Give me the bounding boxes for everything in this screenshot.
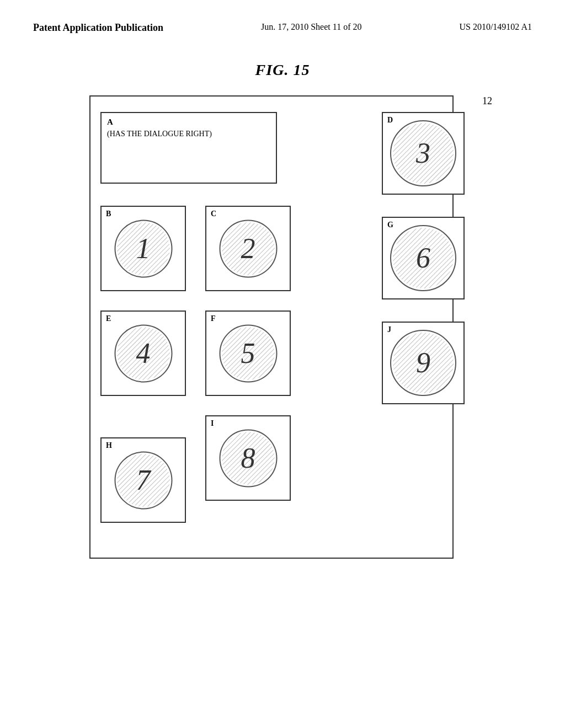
- panel-j: J 9: [382, 322, 465, 404]
- circle-5: 5: [219, 324, 277, 382]
- page-header: Patent Application Publication Jun. 17, …: [0, 0, 565, 45]
- circle-9-container: 9: [390, 330, 456, 396]
- circle-1-container: 1: [114, 220, 172, 277]
- panel-g: G 6: [382, 217, 465, 299]
- panel-h: H 7: [100, 437, 186, 523]
- panel-c: C 2: [205, 206, 291, 291]
- header-left: Patent Application Publication: [33, 22, 163, 34]
- circle-2-number: 2: [241, 234, 255, 263]
- diagram-container: 12 A (HAS THE DIALOGUE RIGHT) D: [89, 95, 476, 570]
- circle-4-number: 4: [136, 339, 151, 368]
- circle-8-number: 8: [241, 444, 255, 473]
- panel-e-label: E: [106, 314, 111, 323]
- panel-i-label: I: [211, 419, 214, 428]
- panel-a-label: A: [107, 117, 113, 127]
- header-center: Jun. 17, 2010 Sheet 11 of 20: [261, 22, 362, 32]
- circle-3-number: 3: [416, 139, 430, 168]
- circle-6-number: 6: [416, 244, 430, 272]
- circle-3: 3: [390, 120, 456, 186]
- circle-9: 9: [390, 330, 456, 396]
- circle-1: 1: [114, 220, 172, 277]
- circle-5-number: 5: [241, 339, 255, 368]
- panel-h-label: H: [106, 441, 112, 450]
- circle-6: 6: [390, 225, 456, 291]
- circle-9-number: 9: [416, 349, 430, 377]
- panel-a: A (HAS THE DIALOGUE RIGHT): [100, 112, 277, 184]
- circle-2-container: 2: [219, 220, 277, 277]
- panel-a-text: (HAS THE DIALOGUE RIGHT): [107, 130, 212, 138]
- circle-4-container: 4: [114, 324, 172, 382]
- circle-1-number: 1: [136, 234, 151, 263]
- panel-f: F 5: [205, 311, 291, 396]
- outer-box-label: 12: [482, 95, 492, 107]
- panel-d: D 3: [382, 112, 465, 195]
- figure-title: FIG. 15: [0, 61, 565, 79]
- circle-6-container: 6: [390, 225, 456, 291]
- circle-3-container: 3: [390, 120, 456, 186]
- panel-i: I 8: [205, 415, 291, 501]
- panel-f-label: F: [211, 314, 216, 323]
- circle-8: 8: [219, 429, 277, 487]
- circle-8-container: 8: [219, 429, 277, 487]
- circle-5-container: 5: [219, 324, 277, 382]
- circle-7: 7: [114, 451, 172, 509]
- circle-7-container: 7: [114, 451, 172, 509]
- panel-b: B 1: [100, 206, 186, 291]
- circle-2: 2: [219, 220, 277, 277]
- panel-b-label: B: [106, 210, 111, 218]
- circle-7-number: 7: [136, 466, 151, 495]
- circle-4: 4: [114, 324, 172, 382]
- panel-e: E 4: [100, 311, 186, 396]
- panel-c-label: C: [211, 210, 216, 218]
- header-right: US 2010/149102 A1: [459, 22, 532, 32]
